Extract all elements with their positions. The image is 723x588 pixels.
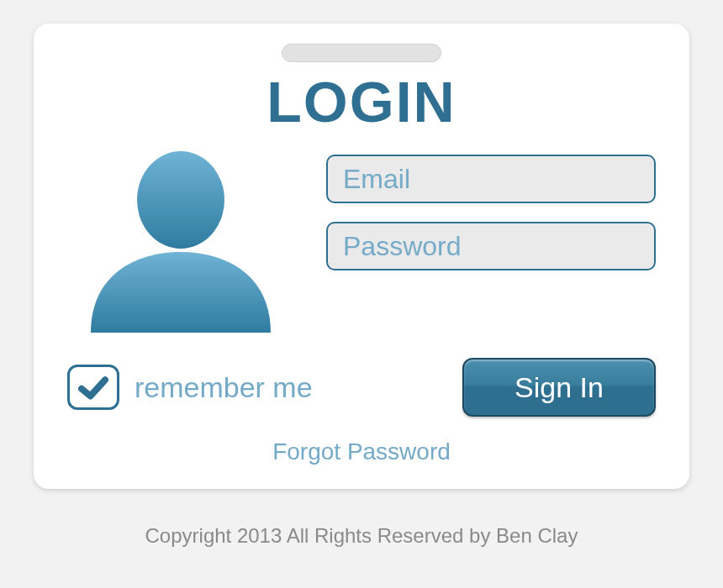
avatar (67, 150, 294, 334)
fields (326, 150, 656, 270)
actions-row: remember me Sign In (67, 358, 656, 417)
forgot-password-link[interactable]: Forgot Password (67, 438, 656, 465)
password-field[interactable] (326, 222, 656, 270)
user-icon (76, 150, 286, 334)
main-row (67, 150, 656, 334)
email-field[interactable] (326, 155, 656, 203)
badge-slot (282, 44, 441, 62)
svg-point-0 (137, 151, 224, 249)
page-title: LOGIN (67, 69, 656, 134)
remember-me: remember me (67, 365, 313, 410)
remember-label: remember me (135, 371, 313, 404)
copyright-text: Copyright 2013 All Rights Reserved by Be… (145, 524, 578, 548)
login-card: LOGIN (34, 24, 689, 489)
remember-checkbox[interactable] (67, 365, 119, 410)
sign-in-button[interactable]: Sign In (462, 358, 656, 417)
check-icon (76, 370, 111, 405)
